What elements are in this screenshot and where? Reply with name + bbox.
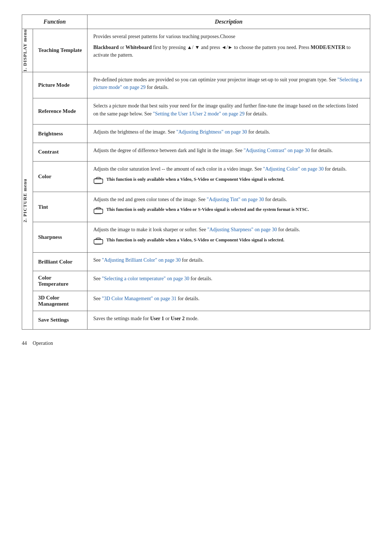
table-row: BrightnessAdjusts the brightness of the … xyxy=(22,125,370,143)
page-number: 44 xyxy=(22,340,27,346)
function-cell: Brightness xyxy=(33,125,87,143)
table-row: 3D Color ManagementSee "3D Color Managem… xyxy=(22,291,370,311)
function-cell: Contrast xyxy=(33,143,87,162)
note-text: This function is only available when a V… xyxy=(106,206,309,213)
section-label-display: 1. DISPLAY menu xyxy=(22,29,33,72)
note-text: This function is only available when a V… xyxy=(106,176,284,183)
desc-link[interactable]: "Adjusting Contrast" on page 30 xyxy=(244,148,310,153)
desc-link[interactable]: "Adjusting Brilliant Color" on page 30 xyxy=(102,257,181,263)
desc-paragraph: Blackboard or Whiteboard first by pressi… xyxy=(93,44,364,59)
header-row: Function Description xyxy=(22,15,370,29)
note-text: This function is only available when a V… xyxy=(106,237,284,244)
desc-paragraph: See "3D Color Management" on page 31 for… xyxy=(93,295,364,303)
table-row: 1. DISPLAY menuTeaching TemplateProvides… xyxy=(22,29,370,72)
desc-link[interactable]: "Adjusting Tint" on page 30 xyxy=(207,197,264,202)
section-label-picture: 2. PICTURE menu xyxy=(22,72,33,329)
note-box: This function is only available when a V… xyxy=(93,176,364,188)
note-box: This function is only available when a V… xyxy=(93,237,364,249)
section-label-text: 1. DISPLAY menu xyxy=(22,29,28,72)
description-cell: See "Selecting a color temperature" on p… xyxy=(87,271,370,291)
description-cell: Adjusts the degree of difference between… xyxy=(87,143,370,162)
function-cell: Sharpness xyxy=(33,222,87,253)
desc-link[interactable]: "3D Color Management" on page 31 xyxy=(102,296,176,301)
description-cell: See "Adjusting Brilliant Color" on page … xyxy=(87,253,370,271)
desc-link[interactable]: "Adjusting Sharpness" on page 30 xyxy=(207,227,277,232)
desc-paragraph: Provides several preset patterns for var… xyxy=(93,33,364,41)
note-box: This function is only available when a V… xyxy=(93,206,364,218)
function-cell: Teaching Template xyxy=(33,29,87,72)
desc-paragraph: Pre-defined picture modes are provided s… xyxy=(93,76,364,91)
description-cell: Provides several preset patterns for var… xyxy=(87,29,370,72)
desc-paragraph: See "Selecting a color temperature" on p… xyxy=(93,275,364,283)
desc-paragraph: Adjusts the color saturation level -- th… xyxy=(93,165,364,173)
description-cell: See "3D Color Management" on page 31 for… xyxy=(87,291,370,311)
table-row: Save SettingsSaves the settings made for… xyxy=(22,311,370,330)
desc-paragraph: Adjusts the image to make it look sharpe… xyxy=(93,226,364,234)
desc-paragraph: Adjusts the brightness of the image. See… xyxy=(93,128,364,136)
function-cell: Picture Mode xyxy=(33,72,87,98)
desc-paragraph: Adjusts the red and green color tones of… xyxy=(93,196,364,204)
note-icon xyxy=(93,176,103,188)
desc-link[interactable]: "Setting the User 1/User 2 mode" on page… xyxy=(153,111,245,117)
function-cell: Save Settings xyxy=(33,311,87,330)
footer-label: Operation xyxy=(33,340,53,346)
table-row: SharpnessAdjusts the image to make it lo… xyxy=(22,222,370,253)
page-footer: 44 Operation xyxy=(22,340,370,346)
table-row: Color TemperatureSee "Selecting a color … xyxy=(22,271,370,291)
function-cell: Color xyxy=(33,161,87,192)
desc-link[interactable]: "Adjusting Brightness" on page 30 xyxy=(176,129,247,135)
desc-paragraph: See "Adjusting Brilliant Color" on page … xyxy=(93,256,364,264)
desc-paragraph: Adjusts the degree of difference between… xyxy=(93,147,364,155)
table-row: ContrastAdjusts the degree of difference… xyxy=(22,143,370,162)
col-description-header: Description xyxy=(87,15,370,29)
col-function-header: Function xyxy=(22,15,87,29)
desc-link[interactable]: "Adjusting Color" on page 30 xyxy=(263,166,324,172)
section-label-text: 2. PICTURE menu xyxy=(22,179,28,223)
table-row: TintAdjusts the red and green color tone… xyxy=(22,192,370,222)
description-cell: Saves the settings made for User 1 or Us… xyxy=(87,311,370,330)
desc-link[interactable]: "Selecting a picture mode" on page 29 xyxy=(93,77,362,90)
description-cell: Adjusts the image to make it look sharpe… xyxy=(87,222,370,253)
table-row: 2. PICTURE menuPicture ModePre-defined p… xyxy=(22,72,370,98)
desc-paragraph: Saves the settings made for User 1 or Us… xyxy=(93,315,364,323)
function-cell: Tint xyxy=(33,192,87,222)
main-table: Function Description 1. DISPLAY menuTeac… xyxy=(22,15,370,330)
function-cell: Brilliant Color xyxy=(33,253,87,271)
table-row: ColorAdjusts the color saturation level … xyxy=(22,161,370,192)
function-cell: Color Temperature xyxy=(33,271,87,291)
function-cell: 3D Color Management xyxy=(33,291,87,311)
table-row: Reference ModeSelects a picture mode tha… xyxy=(22,98,370,125)
description-cell: Adjusts the red and green color tones of… xyxy=(87,192,370,222)
description-cell: Selects a picture mode that best suits y… xyxy=(87,98,370,125)
description-cell: Pre-defined picture modes are provided s… xyxy=(87,72,370,98)
desc-paragraph: Selects a picture mode that best suits y… xyxy=(93,102,364,118)
page-container: Function Description 1. DISPLAY menuTeac… xyxy=(22,15,370,346)
desc-link[interactable]: "Selecting a color temperature" on page … xyxy=(102,276,189,281)
note-icon xyxy=(93,237,103,249)
description-cell: Adjusts the color saturation level -- th… xyxy=(87,161,370,192)
table-row: Brilliant ColorSee "Adjusting Brilliant … xyxy=(22,253,370,271)
note-icon xyxy=(93,207,103,218)
function-cell: Reference Mode xyxy=(33,98,87,125)
description-cell: Adjusts the brightness of the image. See… xyxy=(87,125,370,143)
